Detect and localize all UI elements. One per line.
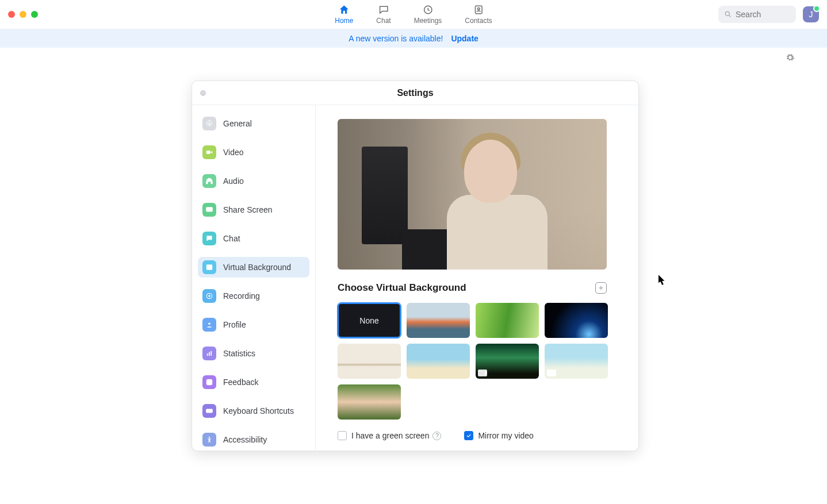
sidebar-item-chat[interactable]: Chat	[198, 228, 309, 249]
nav-label: Home	[335, 17, 353, 25]
options-row: I have a green screen ? Mirror my video	[338, 431, 622, 440]
nav-home[interactable]: Home	[335, 4, 353, 25]
contacts-icon	[473, 4, 484, 16]
sidebar-item-audio[interactable]: Audio	[198, 171, 309, 191]
checkbox-label: I have a green screen	[351, 431, 429, 440]
clock-icon	[422, 4, 434, 16]
green-screen-checkbox[interactable]: I have a green screen ?	[338, 431, 441, 440]
svg-point-4	[208, 122, 210, 125]
svg-point-19	[210, 381, 210, 382]
settings-sidebar: General Video Audio Share Screen Chat Vi…	[192, 105, 316, 451]
window-zoom[interactable]	[31, 11, 38, 18]
settings-window: Settings General Video Audio Share Scree…	[192, 80, 639, 451]
sidebar-item-video[interactable]: Video	[198, 142, 309, 163]
sidebar-item-general[interactable]: General	[198, 113, 309, 134]
sidebar-item-label: General	[223, 119, 252, 128]
sidebar-item-label: Recording	[223, 291, 260, 301]
section-title: Choose Virtual Background	[338, 282, 466, 294]
bg-tile-palm[interactable]	[407, 344, 470, 379]
help-icon[interactable]: ?	[432, 432, 441, 440]
chat-bubble-icon	[202, 232, 216, 245]
svg-point-13	[208, 323, 210, 325]
update-banner: A new version is available! Update	[0, 29, 827, 48]
sidebar-item-accessibility[interactable]: Accessibility	[198, 429, 309, 450]
window-minimize[interactable]	[20, 11, 26, 18]
update-button[interactable]: Update	[451, 34, 478, 43]
share-screen-icon	[202, 203, 216, 217]
sidebar-item-label: Profile	[223, 320, 246, 329]
section-header: Choose Virtual Background	[338, 282, 607, 294]
video-preview	[338, 119, 607, 270]
nav-label: Meetings	[414, 17, 442, 25]
bg-tile-room[interactable]	[338, 344, 401, 379]
sidebar-item-feedback[interactable]: Feedback	[198, 372, 309, 393]
user-avatar[interactable]: J	[803, 6, 819, 22]
image-icon	[202, 260, 216, 274]
settings-content: Choose Virtual Background None	[316, 105, 638, 451]
sidebar-item-label: Virtual Background	[223, 263, 291, 272]
bg-tile-none[interactable]: None	[338, 303, 401, 338]
nav-label: Chat	[376, 17, 390, 25]
sidebar-item-label: Feedback	[223, 378, 258, 387]
checkbox-box	[338, 431, 347, 440]
sidebar-item-profile[interactable]: Profile	[198, 314, 309, 335]
svg-point-2	[477, 8, 480, 10]
search-icon	[724, 10, 732, 18]
app-topbar: Home Chat Meetings Contacts J	[0, 0, 827, 29]
svg-rect-15	[209, 352, 210, 356]
svg-rect-7	[211, 182, 212, 184]
settings-title: Settings	[397, 88, 433, 98]
stats-icon	[202, 347, 216, 360]
svg-point-21	[209, 437, 210, 438]
gear-icon	[202, 117, 216, 130]
sidebar-item-virtual-background[interactable]: Virtual Background	[198, 257, 309, 278]
svg-rect-5	[206, 151, 210, 154]
checkbox-label: Mirror my video	[478, 431, 533, 440]
sidebar-item-statistics[interactable]: Statistics	[198, 343, 309, 364]
sidebar-item-label: Video	[223, 148, 244, 157]
mirror-video-checkbox[interactable]: Mirror my video	[464, 431, 533, 440]
window-close-dot[interactable]	[200, 90, 206, 96]
mouse-cursor	[658, 275, 667, 287]
video-icon	[202, 145, 216, 159]
search-input[interactable]	[736, 10, 787, 19]
sidebar-item-recording[interactable]: Recording	[198, 286, 309, 306]
svg-rect-14	[207, 353, 208, 356]
record-icon	[202, 289, 216, 303]
svg-point-10	[208, 266, 209, 267]
home-icon	[338, 4, 350, 16]
window-traffic-lights	[8, 11, 38, 18]
bg-tile-bridge[interactable]	[407, 303, 470, 338]
add-background-button[interactable]	[595, 282, 607, 294]
bg-tile-aurora[interactable]	[476, 344, 539, 379]
svg-point-3	[725, 11, 729, 16]
bg-tile-custom-person[interactable]	[338, 384, 401, 420]
settings-body: General Video Audio Share Screen Chat Vi…	[192, 105, 638, 451]
sidebar-item-label: Share Screen	[223, 205, 273, 214]
headphones-icon	[202, 174, 216, 188]
settings-gear-button[interactable]	[786, 53, 795, 64]
window-close[interactable]	[8, 11, 15, 18]
sidebar-item-share-screen[interactable]: Share Screen	[198, 199, 309, 220]
video-badge-icon	[547, 370, 556, 376]
main-nav: Home Chat Meetings Contacts	[335, 0, 492, 29]
nav-meetings[interactable]: Meetings	[414, 4, 442, 25]
topbar-right: J	[718, 6, 819, 23]
bg-tile-grass[interactable]	[476, 303, 539, 338]
nav-label: Contacts	[465, 17, 492, 25]
sidebar-item-keyboard-shortcuts[interactable]: Keyboard Shortcuts	[198, 401, 309, 421]
settings-window-header: Settings	[192, 81, 638, 105]
smile-icon	[202, 375, 216, 389]
bg-tile-earth[interactable]	[545, 303, 608, 338]
bg-tile-beach[interactable]	[545, 344, 608, 379]
svg-point-12	[208, 295, 210, 297]
sidebar-item-label: Chat	[223, 234, 240, 243]
keyboard-icon	[202, 404, 216, 418]
chat-icon	[378, 4, 389, 16]
video-badge-icon	[478, 370, 487, 376]
nav-contacts[interactable]: Contacts	[465, 4, 492, 25]
search-field[interactable]	[718, 6, 796, 23]
background-grid: None	[338, 303, 608, 420]
plus-icon	[598, 284, 604, 291]
nav-chat[interactable]: Chat	[376, 4, 390, 25]
